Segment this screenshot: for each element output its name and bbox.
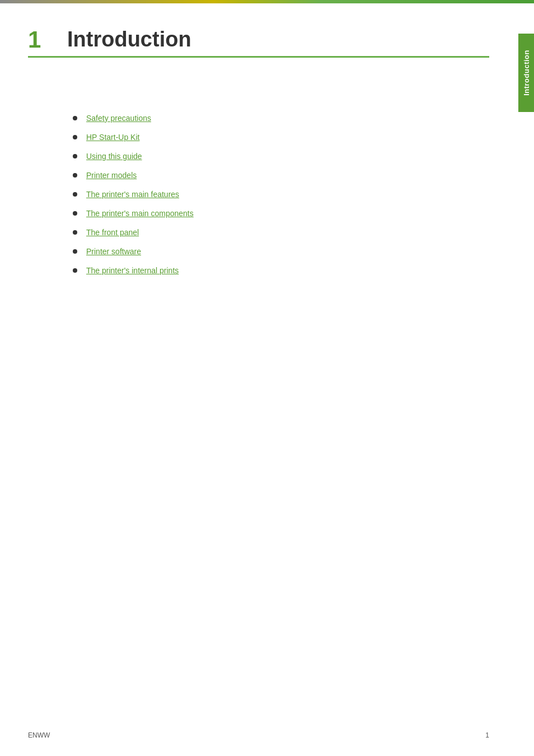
toc-list: Safety precautionsHP Start-Up KitUsing t…	[73, 114, 489, 275]
list-item: The printer's main components	[73, 209, 489, 218]
footer-right: 1	[485, 731, 489, 739]
toc-bullet	[73, 135, 77, 139]
toc-link[interactable]: Printer software	[86, 247, 141, 256]
toc-bullet	[73, 154, 77, 158]
list-item: The front panel	[73, 228, 489, 237]
list-item: The printer's internal prints	[73, 266, 489, 275]
toc-link[interactable]: The printer's internal prints	[86, 266, 179, 275]
toc-link[interactable]: Printer models	[86, 171, 137, 180]
toc-bullet	[73, 211, 77, 216]
toc-link[interactable]: The front panel	[86, 228, 139, 237]
footer-left: ENWW	[28, 731, 50, 739]
toc-link[interactable]: Using this guide	[86, 152, 142, 161]
page-container: Introduction 1 Introduction Safety preca…	[0, 0, 534, 756]
chapter-number: 1	[28, 28, 50, 52]
main-content: 1 Introduction Safety precautionsHP Star…	[0, 0, 534, 313]
sidebar-tab: Introduction	[518, 34, 534, 112]
list-item: The printer's main features	[73, 190, 489, 199]
sidebar-tab-label: Introduction	[522, 50, 531, 96]
list-item: Printer models	[73, 171, 489, 180]
list-item: Printer software	[73, 247, 489, 256]
toc-link[interactable]: HP Start-Up Kit	[86, 133, 139, 142]
list-item: Safety precautions	[73, 114, 489, 123]
chapter-title: Introduction	[67, 28, 191, 52]
footer: ENWW 1	[28, 731, 489, 739]
toc-bullet	[73, 249, 77, 254]
toc-bullet	[73, 230, 77, 235]
toc-bullet	[73, 116, 77, 120]
list-item: HP Start-Up Kit	[73, 133, 489, 142]
toc-link[interactable]: Safety precautions	[86, 114, 151, 123]
list-item: Using this guide	[73, 152, 489, 161]
toc-bullet	[73, 192, 77, 197]
top-bar	[0, 0, 534, 3]
toc-link[interactable]: The printer's main features	[86, 190, 179, 199]
chapter-header: 1 Introduction	[28, 28, 489, 58]
toc-link[interactable]: The printer's main components	[86, 209, 194, 218]
toc-bullet	[73, 268, 77, 273]
toc-bullet	[73, 173, 77, 178]
